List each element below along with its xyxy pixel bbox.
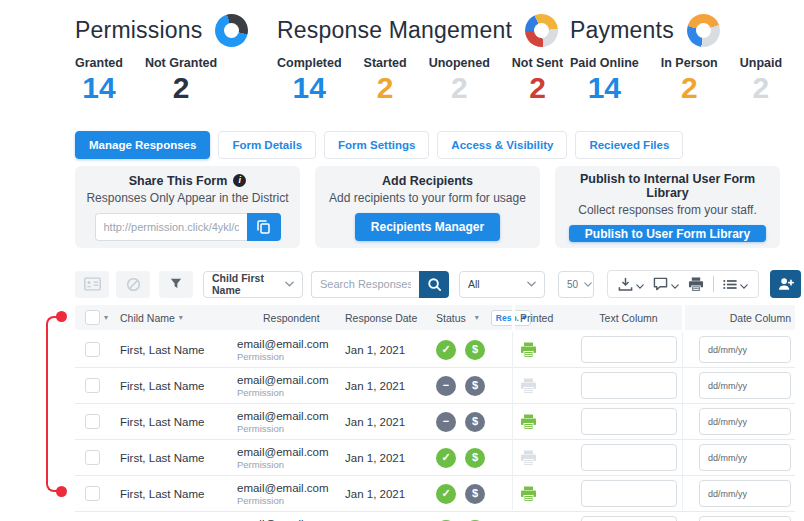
date-column-input[interactable] xyxy=(699,480,791,507)
child-name: First, Last Name xyxy=(120,380,204,392)
stat-value: 2 xyxy=(512,73,563,103)
stats-section: Permissions Granted14Not Granted2 Respon… xyxy=(0,14,804,114)
status-header[interactable]: Status xyxy=(436,312,466,324)
chevron-down-icon xyxy=(527,281,536,287)
text-column-header: Text Column xyxy=(599,312,657,324)
disable-button[interactable] xyxy=(116,271,150,298)
date-column-input[interactable] xyxy=(699,516,791,521)
stat-group-payments: Payments Paid Online14In Person2Unpaid2 xyxy=(570,14,782,103)
printer-icon[interactable] xyxy=(520,450,537,466)
row-checkbox[interactable] xyxy=(85,378,100,393)
stat-label: Unpaid xyxy=(740,56,782,70)
child-name-header[interactable]: Child Name xyxy=(120,312,175,324)
chevron-down-icon xyxy=(285,281,294,287)
select-all-checkbox[interactable] xyxy=(85,310,100,325)
response-management-title: Response Mangement xyxy=(277,17,512,44)
respondent-form-type: Permission xyxy=(237,459,329,470)
chevron-down-icon xyxy=(584,282,592,287)
text-column-input[interactable] xyxy=(581,444,677,471)
permission-status-icon: − xyxy=(436,376,456,396)
response-date: Jan 1, 2021 xyxy=(345,416,405,428)
share-url-input[interactable] xyxy=(95,213,247,241)
respondent-email: email@email.com xyxy=(237,374,329,386)
payment-status-icon: $ xyxy=(465,376,485,396)
respondent-email: email@email.com xyxy=(237,338,329,350)
stat-group-response-management: Response Mangement Completed14Started2Un… xyxy=(277,14,563,103)
child-name: First, Last Name xyxy=(120,416,204,428)
text-column-input[interactable] xyxy=(581,516,677,521)
bracket-dot-top xyxy=(56,311,67,322)
date-column-input[interactable] xyxy=(699,336,791,363)
stat-value: 14 xyxy=(75,73,123,103)
table-row: First, Last Name email@email.com Permiss… xyxy=(75,332,795,368)
stat-item: Unopened2 xyxy=(429,56,490,103)
child-name: First, Last Name xyxy=(120,452,204,464)
panels-row: Share This Form i Responses Only Appear … xyxy=(75,166,780,248)
response-management-stats: Completed14Started2Unopened2Not Sent2 xyxy=(277,56,563,103)
table-body: First, Last Name email@email.com Permiss… xyxy=(75,332,795,521)
stat-label: Started xyxy=(364,56,407,70)
publish-user-form-library-button[interactable]: Publish to User Form Library xyxy=(569,225,766,242)
date-column-input[interactable] xyxy=(699,372,791,399)
stat-value: 14 xyxy=(570,73,639,103)
select-all-caret-icon[interactable]: ▾ xyxy=(104,314,108,322)
table-row: First, Last Name email@email.com Permiss… xyxy=(75,404,795,440)
copy-link-button[interactable] xyxy=(247,213,281,241)
respondent-form-type: Permission xyxy=(237,387,329,398)
printer-icon xyxy=(688,277,704,292)
stat-value: 2 xyxy=(429,73,490,103)
contact-card-icon xyxy=(84,277,101,291)
tab-form-settings[interactable]: Form Settings xyxy=(324,131,429,159)
printer-icon[interactable] xyxy=(520,378,537,394)
tab-recieved-files[interactable]: Recieved Files xyxy=(575,131,683,159)
status-filter-dropdown[interactable]: All xyxy=(459,271,545,298)
permissions-donut-chart xyxy=(215,14,248,47)
row-checkbox[interactable] xyxy=(85,414,100,429)
tab-manage-responses[interactable]: Manage Responses xyxy=(75,131,210,159)
date-column-input[interactable] xyxy=(699,444,791,471)
text-column-input[interactable] xyxy=(581,336,677,363)
printer-icon[interactable] xyxy=(520,414,537,430)
table-toolbar: Child First Name All 50 xyxy=(75,270,801,298)
table-row: First, Last Name email@email.com Permiss… xyxy=(75,512,795,521)
export-button[interactable] xyxy=(618,275,644,293)
comment-button[interactable] xyxy=(653,275,679,293)
info-icon[interactable]: i xyxy=(233,174,246,187)
contact-card-button[interactable] xyxy=(75,271,109,298)
stat-label: Completed xyxy=(277,56,342,70)
column-separator xyxy=(682,305,685,330)
add-recipients-subtitle: Add recipients to your form for usage xyxy=(329,191,526,205)
add-person-button[interactable] xyxy=(770,270,801,298)
filter-button[interactable] xyxy=(159,271,193,298)
row-checkbox[interactable] xyxy=(85,342,100,357)
text-column-input[interactable] xyxy=(581,372,677,399)
share-form-title: Share This Form xyxy=(129,174,228,188)
responses-table: ▾ Child Name ▾ Respondent Response Date … xyxy=(75,305,795,521)
printer-icon[interactable] xyxy=(520,342,537,358)
search-icon xyxy=(427,277,442,292)
stat-label: Paid Online xyxy=(570,56,639,70)
response-date: Jan 1, 2021 xyxy=(345,380,405,392)
page-size-value: 50 xyxy=(567,279,578,290)
row-checkbox[interactable] xyxy=(85,486,100,501)
row-checkbox[interactable] xyxy=(85,450,100,465)
payment-status-icon: $ xyxy=(465,448,485,468)
date-column-input[interactable] xyxy=(699,408,791,435)
publish-title: Publish to Internal User Form Library xyxy=(565,172,770,200)
tab-form-details[interactable]: Form Details xyxy=(218,131,316,159)
text-column-input[interactable] xyxy=(581,408,677,435)
printer-icon[interactable] xyxy=(520,486,537,502)
column-list-button[interactable] xyxy=(723,275,748,293)
print-button[interactable] xyxy=(688,277,704,292)
permission-status-icon: ✓ xyxy=(436,448,456,468)
recipients-manager-button[interactable]: Recipients Manager xyxy=(355,213,500,241)
tab-access-visibility[interactable]: Access & Visibility xyxy=(437,131,567,159)
stat-label: Not Sent xyxy=(512,56,563,70)
page-size-dropdown[interactable]: 50 xyxy=(558,271,594,298)
search-button[interactable] xyxy=(419,271,449,298)
respondent-email: email@email.com xyxy=(237,482,329,494)
text-column-input[interactable] xyxy=(581,480,677,507)
search-input[interactable] xyxy=(311,271,419,298)
sort-caret-icon: ▾ xyxy=(179,314,183,322)
search-field-dropdown[interactable]: Child First Name xyxy=(203,271,303,298)
